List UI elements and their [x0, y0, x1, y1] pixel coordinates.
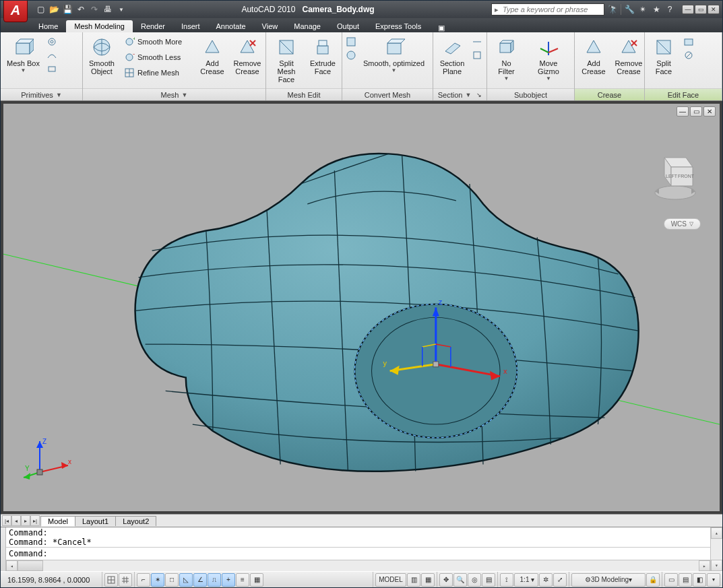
smooth-less-button[interactable]: −Smooth Less — [121, 50, 188, 65]
convert-opt1-icon[interactable] — [345, 36, 357, 48]
viewcube[interactable]: LEFT FRONT — [648, 144, 702, 205]
sb-scale-button[interactable]: 1:1 ▾ — [514, 573, 538, 587]
qat-open-icon[interactable]: 📂 — [48, 3, 60, 15]
layout-tab-layout2[interactable]: Layout2 — [115, 516, 156, 526]
refine-mesh-button[interactable]: Refine Mesh — [121, 65, 188, 80]
sb-workspace-button[interactable]: ⚙ 3D Modeling ▾ — [571, 573, 646, 587]
drawing-viewport[interactable]: x y z x Y Z — ▭ ✕ — [3, 104, 720, 511]
tab-output[interactable]: Output — [329, 20, 367, 32]
section-opt2-icon[interactable] — [471, 49, 483, 61]
wcs-indicator[interactable]: WCS▽ — [664, 218, 701, 230]
help-icon[interactable]: ? — [664, 4, 675, 15]
tab-home[interactable]: Home — [30, 20, 66, 32]
primitive-opt3-icon[interactable] — [46, 63, 58, 75]
subscription-key-icon[interactable]: 🔧 — [624, 4, 635, 15]
tab-express-tools[interactable]: Express Tools — [367, 20, 429, 32]
qat-undo-icon[interactable]: ↶ — [75, 3, 87, 15]
smooth-object-button[interactable]: Smooth Object — [86, 34, 118, 77]
tab-mesh-modeling[interactable]: Mesh Modeling — [66, 20, 133, 32]
infocenter-binoculars-icon[interactable]: 🔭 — [607, 4, 618, 15]
sb-polar-icon[interactable]: ✶ — [151, 573, 164, 587]
ribbon-minimize-icon[interactable]: ▣ — [435, 24, 448, 32]
cmd-hscroll-right-icon[interactable]: ▸ — [699, 560, 710, 571]
window-minimize-button[interactable]: — — [682, 5, 694, 14]
sb-hardware-icon[interactable]: ▤ — [679, 573, 692, 587]
sb-annovis-icon[interactable]: ✲ — [539, 573, 553, 587]
tab-insert[interactable]: Insert — [173, 20, 208, 32]
sb-steering-icon[interactable]: ◎ — [468, 573, 481, 587]
sb-isolate-icon[interactable]: ◧ — [693, 573, 706, 587]
sb-snap-icon[interactable] — [104, 573, 118, 587]
search-caret-icon[interactable]: ▸ — [492, 5, 501, 14]
sb-3dosnap-icon[interactable]: ◺ — [179, 573, 193, 587]
cmd-vscroll-down-icon[interactable]: ▾ — [711, 560, 722, 571]
sb-otrack-icon[interactable]: ∠ — [193, 573, 207, 587]
sb-toolbar-icon[interactable]: ▭ — [664, 573, 678, 587]
editface-opt1-icon[interactable] — [683, 36, 695, 48]
tab-manage[interactable]: Manage — [286, 20, 329, 32]
qat-new-icon[interactable]: ▢ — [34, 3, 46, 15]
command-window-handle[interactable] — [1, 527, 6, 571]
move-gizmo-button[interactable]: Move Gizmo ▼ — [526, 34, 571, 84]
tab-view[interactable]: View — [254, 20, 286, 32]
sb-annoscale-icon[interactable]: ⟟ — [500, 573, 513, 587]
extrude-face-button[interactable]: Extrude Face — [307, 34, 339, 77]
cmd-hscroll-thumb[interactable] — [18, 560, 43, 571]
qat-save-icon[interactable]: 💾 — [61, 3, 73, 15]
primitive-opt2-icon[interactable] — [46, 49, 58, 61]
add-crease2-button[interactable]: Add Crease — [577, 34, 610, 77]
split-face-button[interactable]: Split Face — [648, 34, 680, 77]
tab-annotate[interactable]: Annotate — [208, 20, 254, 32]
remove-crease2-button[interactable]: Remove Crease — [612, 34, 645, 77]
section-opt1-icon[interactable] — [471, 36, 483, 48]
smooth-more-button[interactable]: +Smooth More — [121, 34, 188, 49]
sb-annoauto-icon[interactable]: ⤢ — [553, 573, 567, 587]
primitive-opt1-icon[interactable] — [46, 36, 58, 48]
application-menu-button[interactable]: A — [3, 0, 28, 22]
convert-opt2-icon[interactable] — [345, 49, 357, 61]
favorites-icon[interactable]: ★ — [651, 4, 662, 15]
split-mesh-face-button[interactable]: Split Mesh Face — [269, 34, 304, 86]
layout-nav-last-icon[interactable]: ▸| — [30, 515, 40, 526]
layout-nav-prev-icon[interactable]: ◂ — [11, 515, 21, 526]
viewport-restore-button[interactable]: ▭ — [690, 106, 702, 117]
add-crease-button[interactable]: Add Crease — [196, 34, 228, 77]
panel-section-label[interactable]: Section▼↘ — [433, 88, 486, 100]
help-search[interactable]: ▸ — [491, 3, 604, 15]
layout-nav-next-icon[interactable]: ▸ — [21, 515, 30, 526]
search-input[interactable] — [501, 5, 604, 13]
sb-model-button[interactable]: MODEL — [375, 573, 406, 587]
sb-ortho-icon[interactable]: ⌐ — [137, 573, 150, 587]
mesh-box-button[interactable]: Mesh Box ▼ — [3, 34, 43, 75]
editface-opt2-icon[interactable] — [683, 49, 695, 61]
tab-render[interactable]: Render — [133, 20, 173, 32]
sb-lock-icon[interactable]: 🔒 — [646, 573, 660, 587]
sb-layout-icon[interactable]: ▥ — [407, 573, 420, 587]
sb-qp-icon[interactable]: ▦ — [250, 573, 263, 587]
sb-cleanscreen-icon[interactable]: ▾ — [707, 573, 720, 587]
section-plane-button[interactable]: Section Plane — [436, 34, 468, 77]
layout-tab-model[interactable]: Model — [40, 516, 75, 526]
viewport-minimize-button[interactable]: — — [677, 106, 689, 117]
sb-dyn-icon[interactable]: + — [222, 573, 235, 587]
sb-grid-icon[interactable] — [119, 573, 132, 587]
qat-print-icon[interactable]: 🖶 — [102, 3, 114, 15]
communication-icon[interactable]: ✴ — [637, 4, 648, 15]
sb-zoom-icon[interactable]: 🔍 — [453, 573, 467, 587]
layout-tab-layout1[interactable]: Layout1 — [75, 516, 116, 526]
cmd-hscroll-left-icon[interactable]: ◂ — [6, 560, 18, 571]
remove-crease-button[interactable]: Remove Crease — [231, 34, 263, 77]
panel-primitives-label[interactable]: Primitives▼ — [1, 88, 82, 100]
panel-mesh-label[interactable]: Mesh▼ — [83, 88, 265, 100]
command-input[interactable] — [53, 549, 708, 558]
viewport-close-button[interactable]: ✕ — [703, 106, 716, 117]
sb-pan-icon[interactable]: ✥ — [439, 573, 453, 587]
window-close-button[interactable]: ✕ — [708, 5, 720, 14]
smooth-optimized-button[interactable]: Smooth, optimized ▼ — [360, 34, 428, 75]
sb-ducs-icon[interactable]: ⎍ — [208, 573, 221, 587]
cmd-vscroll-up-icon[interactable]: ▴ — [711, 527, 722, 539]
qat-redo-icon[interactable]: ↷ — [88, 3, 100, 15]
no-filter-button[interactable]: No Filter ▼ — [490, 34, 523, 84]
window-maximize-button[interactable]: ▭ — [695, 5, 707, 14]
sb-osnap-icon[interactable]: □ — [165, 573, 179, 587]
